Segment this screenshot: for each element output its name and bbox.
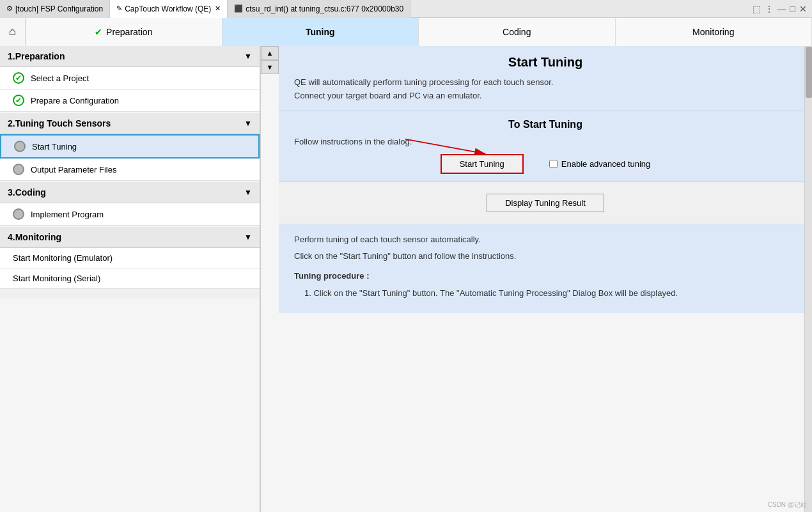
section-header-coding[interactable]: 3.Coding ▼ (0, 182, 260, 203)
chevron-down-icon-3: ▼ (244, 188, 252, 197)
step-tuning[interactable]: Tuning (223, 18, 419, 46)
chevron-down-icon-2: ▼ (244, 119, 252, 128)
page-title: Start Tuning (294, 55, 797, 70)
tab-captouch-label: CapTouch Workflow (QE) (125, 4, 211, 13)
close-window-icon[interactable]: ✕ (799, 4, 807, 14)
sidebar-item-output-param[interactable]: Output Parameter Files (0, 159, 260, 181)
step-coding-label: Coding (503, 27, 531, 37)
to-start-section: To Start Tuning Follow instructions in t… (279, 111, 812, 182)
description-line2: Connect your target board and PC via an … (294, 89, 797, 103)
description-line1: QE will automatically perform tuning pro… (294, 76, 797, 89)
display-result-row: Display Tuning Result (279, 182, 812, 224)
tab-captouch[interactable]: ✎ CapTouch Workflow (QE) ✕ (110, 0, 228, 18)
window-icon[interactable]: ⬚ (753, 4, 761, 14)
display-result-button[interactable]: Display Tuning Result (487, 194, 604, 212)
section-header-preparation[interactable]: 1.Preparation ▼ (0, 46, 260, 67)
to-start-title: To Start Tuning (294, 119, 797, 130)
step-preparation-label: Preparation (106, 27, 152, 37)
sidebar-item-monitoring-emulator[interactable]: Start Monitoring (Emulator) (0, 248, 260, 268)
sidebar-item-implement-label: Implement Program (31, 210, 104, 219)
debug-icon: ⬛ (234, 4, 243, 13)
right-scrollbar[interactable] (804, 46, 812, 512)
sidebar-item-start-tuning-label: Start Tuning (32, 142, 77, 151)
gray-circle-icon (14, 141, 26, 152)
sidebar-item-output-param-label: Output Parameter Files (31, 165, 116, 175)
tab-close-icon[interactable]: ✕ (215, 4, 221, 13)
step-monitoring-label: Monitoring (692, 27, 734, 37)
sidebar-item-prepare-config[interactable]: ✔ Prepare a Configuration (0, 89, 260, 112)
step-tuning-label: Tuning (306, 27, 335, 37)
tuning-procedure-title: Tuning procedure : (294, 270, 797, 283)
chevron-down-icon-4: ▼ (244, 233, 252, 242)
sidebar-item-implement[interactable]: Implement Program (0, 203, 260, 226)
workflow-header: ⌂ ✔ Preparation Tuning Coding Monitoring (0, 18, 812, 46)
tuning-procedure-item1: 1. Click on the "Start Tuning" button. T… (294, 287, 797, 300)
more-icon[interactable]: ⋮ (765, 4, 774, 14)
watermark: CSDN @记站 (768, 500, 807, 509)
sidebar-item-select-project-label: Select a Project (31, 74, 89, 83)
advanced-checkbox[interactable]: Enable advanced tuning (549, 159, 651, 169)
workflow-steps: ✔ Preparation Tuning Coding Monitoring (26, 18, 812, 46)
tab-touch-fsp[interactable]: ⚙ [touch] FSP Configuration (0, 0, 110, 18)
completed-icon: ✔ (13, 72, 24, 84)
scroll-buttons: ▲ ▼ (261, 46, 279, 74)
gray-circle-icon-2 (13, 164, 24, 175)
section-header-tuning[interactable]: 2.Tuning Touch Sensors ▼ (0, 113, 260, 134)
tab-ctsu[interactable]: ⬛ ctsu_rd_int() at tuning_ctsu.c:677 0x2… (228, 0, 410, 18)
section-monitoring-label: 4.Monitoring (8, 232, 61, 242)
left-panel: 1.Preparation ▼ ✔ Select a Project ✔ Pre… (0, 46, 261, 512)
tab-touch-fsp-label: [touch] FSP Configuration (15, 4, 103, 13)
start-tuning-button[interactable]: Start Tuning (441, 154, 524, 174)
completed-icon-2: ✔ (13, 95, 24, 106)
section-tuning-label: 2.Tuning Touch Sensors (8, 118, 111, 128)
section-header-monitoring[interactable]: 4.Monitoring ▼ (0, 227, 260, 248)
right-panel: ▲ ▼ Start Tuning QE will automatically p… (261, 46, 812, 512)
minimize-icon[interactable]: — (777, 4, 786, 14)
section-coding-label: 3.Coding (8, 187, 46, 198)
sidebar-item-select-project[interactable]: ✔ Select a Project (0, 67, 260, 89)
maximize-icon[interactable]: □ (790, 4, 795, 14)
scroll-down-button[interactable]: ▼ (261, 60, 279, 74)
step-monitoring[interactable]: Monitoring (616, 18, 813, 46)
main-layout: 1.Preparation ▼ ✔ Select a Project ✔ Pre… (0, 46, 812, 512)
section-preparation-label: 1.Preparation (8, 51, 65, 61)
sidebar-spacer (0, 289, 260, 299)
right-content: Start Tuning QE will automatically perfo… (279, 46, 812, 512)
start-tuning-header: Start Tuning QE will automatically perfo… (279, 46, 812, 111)
bottom-desc-line1: Perform tuning of each touch sensor auto… (294, 233, 797, 247)
advanced-checkbox-input[interactable] (549, 160, 558, 168)
gear-icon: ⚙ (6, 4, 13, 13)
step-preparation[interactable]: ✔ Preparation (26, 18, 223, 46)
sidebar-item-monitoring-serial-label: Start Monitoring (Serial) (13, 274, 100, 283)
scrollbar-thumb[interactable] (806, 47, 812, 98)
check-icon: ✔ (95, 27, 102, 37)
tab-bar: ⚙ [touch] FSP Configuration ✎ CapTouch W… (0, 0, 812, 18)
sidebar-item-prepare-config-label: Prepare a Configuration (31, 96, 119, 105)
home-button[interactable]: ⌂ (0, 18, 26, 46)
tab-ctsu-label: ctsu_rd_int() at tuning_ctsu.c:677 0x200… (246, 4, 403, 13)
step-coding[interactable]: Coding (419, 18, 616, 46)
button-row: Start Tuning Enable advanced tuning (294, 154, 797, 174)
follow-instructions: Follow instructions in the dialog. (294, 137, 797, 146)
pencil-icon: ✎ (116, 4, 122, 13)
bottom-desc-line2: Click on the "Start Tuning" button and f… (294, 250, 797, 263)
sidebar-item-start-tuning[interactable]: Start Tuning (0, 134, 260, 159)
tab-actions: ⬚ ⋮ — □ ✕ (753, 4, 812, 14)
bottom-description: Perform tuning of each touch sensor auto… (279, 224, 812, 313)
gray-circle-icon-3 (13, 208, 24, 220)
sidebar-item-monitoring-serial[interactable]: Start Monitoring (Serial) (0, 268, 260, 289)
chevron-down-icon: ▼ (244, 52, 252, 61)
home-icon: ⌂ (9, 25, 16, 38)
scroll-up-button[interactable]: ▲ (261, 46, 279, 60)
advanced-checkbox-label: Enable advanced tuning (561, 159, 651, 169)
sidebar-item-monitoring-emulator-label: Start Monitoring (Emulator) (13, 253, 113, 263)
